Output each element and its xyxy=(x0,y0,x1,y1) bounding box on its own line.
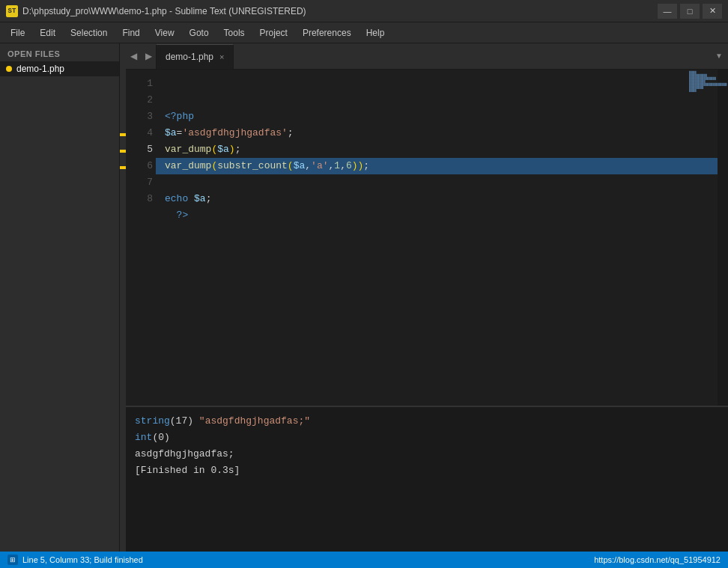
menu-preferences[interactable]: Preferences xyxy=(295,22,359,43)
tab-prev-button[interactable]: ◀ xyxy=(126,43,141,69)
menu-find[interactable]: Find xyxy=(115,22,147,43)
main-content: OPEN FILES demo-1.php ◀ ▶ demo-1.php × ▼… xyxy=(0,43,728,552)
close-button[interactable]: ✕ xyxy=(703,4,722,19)
output-line-4: [Finished in 0.3s] xyxy=(135,465,240,476)
menu-file[interactable]: File xyxy=(3,22,32,43)
code-line-5: var_dump(substr_count($a,'a',1,6)); xyxy=(156,158,718,174)
minimap: ████████████████████████████████████████… xyxy=(689,71,727,92)
line-numbers: 1 2 3 4 5 6 7 8 xyxy=(126,70,156,406)
output-line-2: int(0) xyxy=(135,432,170,443)
gutter-mark xyxy=(120,166,126,169)
line-number: 4 xyxy=(126,125,153,141)
sidebar-filename: demo-1.php xyxy=(16,64,64,74)
output-scrollbar[interactable] xyxy=(718,407,728,552)
window-title: D:\phpstudy_pro\WWW\demo-1.php - Sublime… xyxy=(22,6,306,16)
line-number: 1 xyxy=(126,76,153,92)
code-editor[interactable]: 1 2 3 4 5 6 7 8 <?php $a='asdgfdhgjhgadf… xyxy=(126,70,728,406)
app-icon: ST xyxy=(6,5,18,17)
gutter-mark xyxy=(120,150,126,153)
menu-help[interactable]: Help xyxy=(359,22,392,43)
menu-goto[interactable]: Goto xyxy=(182,22,216,43)
line-number: 5 xyxy=(126,141,153,158)
menu-view[interactable]: View xyxy=(148,22,182,43)
window-controls: — □ ✕ xyxy=(658,4,722,19)
code-line-1 xyxy=(165,94,171,106)
menu-selection[interactable]: Selection xyxy=(63,22,115,43)
code-line-2: <?php xyxy=(165,111,194,122)
status-bar: ⊞ Line 5, Column 33; Build finished http… xyxy=(0,552,728,568)
menu-bar: File Edit Selection Find View Goto Tools… xyxy=(0,22,728,43)
title-bar: ST D:\phpstudy_pro\WWW\demo-1.php - Subl… xyxy=(0,0,728,22)
line-number: 3 xyxy=(126,109,153,125)
left-gutter xyxy=(120,43,126,552)
output-line-3: asdgfdhgjhgadfas; xyxy=(135,448,234,459)
tab-demo1[interactable]: demo-1.php × xyxy=(156,44,234,69)
gutter-mark xyxy=(120,133,126,136)
code-content[interactable]: <?php $a='asdgfdhgjhgadfas'; var_dump($a… xyxy=(156,70,718,406)
line-number: 7 xyxy=(126,174,153,191)
menu-project[interactable]: Project xyxy=(252,22,295,43)
title-bar-left: ST D:\phpstudy_pro\WWW\demo-1.php - Subl… xyxy=(6,5,306,17)
code-line-7: ?> xyxy=(165,210,188,221)
code-line-8 xyxy=(165,226,171,237)
status-url[interactable]: https://blog.csdn.net/qq_51954912 xyxy=(594,555,721,564)
sidebar-header: OPEN FILES xyxy=(0,43,119,61)
minimize-button[interactable]: — xyxy=(658,4,677,19)
code-line-3: $a='asdgfdhgjhgadfas'; xyxy=(165,127,294,138)
line-number: 2 xyxy=(126,92,153,109)
output-panel: string(17) "asdgfdhgjhgadfas;" int(0) as… xyxy=(126,406,728,552)
sidebar-item-demo1[interactable]: demo-1.php xyxy=(0,61,119,76)
output-content: string(17) "asdgfdhgjhgadfas;" int(0) as… xyxy=(126,407,728,552)
tab-close-button[interactable]: × xyxy=(219,52,224,61)
file-dot-icon xyxy=(6,66,12,72)
status-left: ⊞ Line 5, Column 33; Build finished xyxy=(7,555,143,565)
line-number: 8 xyxy=(126,191,153,207)
tab-filename: demo-1.php xyxy=(166,52,213,62)
tab-next-button[interactable]: ▶ xyxy=(141,43,156,69)
code-line-4: var_dump($a); xyxy=(165,144,240,155)
code-line-6: echo $a; xyxy=(165,193,211,204)
sidebar: OPEN FILES demo-1.php xyxy=(0,43,120,552)
editor-container: ◀ ▶ demo-1.php × ▼ 1 2 3 4 5 6 7 8 <?php… xyxy=(126,43,728,552)
menu-tools[interactable]: Tools xyxy=(216,22,252,43)
status-position: Line 5, Column 33; Build finished xyxy=(22,555,143,564)
status-icon: ⊞ xyxy=(7,555,18,565)
menu-edit[interactable]: Edit xyxy=(32,22,63,43)
right-scrollbar[interactable]: ████████████████████████████████████████… xyxy=(718,70,728,406)
output-line-1: string(17) "asdgfdhgjhgadfas;" xyxy=(135,415,310,427)
status-right: https://blog.csdn.net/qq_51954912 xyxy=(594,555,721,564)
line-number: 6 xyxy=(126,158,153,174)
tab-bar: ◀ ▶ demo-1.php × ▼ xyxy=(126,43,728,70)
tab-dropdown-button[interactable]: ▼ xyxy=(710,43,728,69)
maximize-button[interactable]: □ xyxy=(680,4,700,19)
